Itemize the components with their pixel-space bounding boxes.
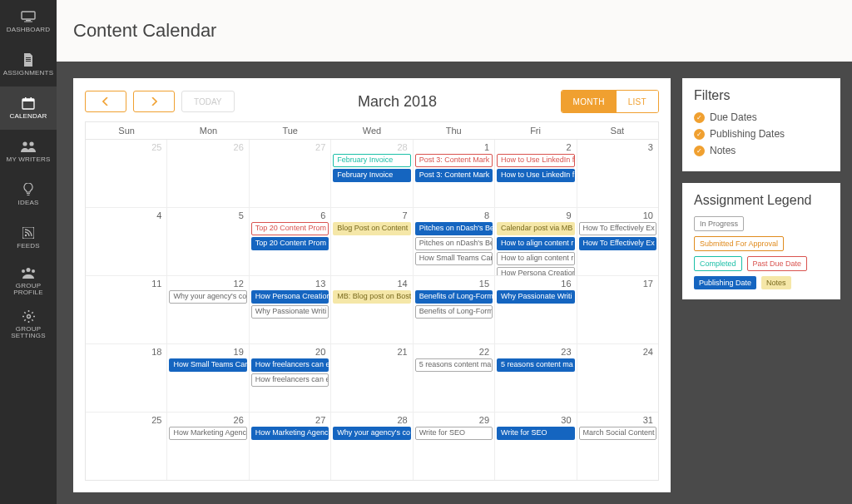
calendar-event[interactable]: March Social Content [579, 427, 656, 440]
calendar-event[interactable]: How Small Teams Can [415, 252, 493, 265]
calendar-event[interactable]: How freelancers can e [251, 373, 329, 387]
calendar-day[interactable]: 26How Marketing Agenc [166, 413, 248, 480]
sidebar-item-my-writers[interactable]: MY WRITERS [0, 130, 57, 173]
day-number: 26 [169, 414, 246, 427]
calendar-event[interactable]: How Marketing Agenc [169, 427, 246, 440]
calendar-day[interactable]: 29Write for SEO [413, 413, 494, 480]
calendar-day[interactable]: 6Top 20 Content PromTop 20 Content Prom [249, 208, 330, 275]
calendar-day[interactable]: 12Why your agency's co [166, 276, 248, 343]
calendar-week: 2526How Marketing Agenc27How Marketing A… [86, 412, 658, 480]
calendar-day[interactable]: 21 [330, 344, 412, 412]
next-month-button[interactable] [133, 91, 175, 112]
calendar-event[interactable]: Write for SEO [497, 427, 574, 440]
group-icon [20, 266, 37, 279]
sidebar-item-feeds[interactable]: FEEDS [0, 216, 57, 259]
calendar-event[interactable]: Post 3: Content Mark [415, 154, 493, 167]
calendar-event[interactable]: Why Passionate Writi [251, 305, 329, 319]
calendar-day[interactable]: 235 reasons content ma [494, 344, 576, 412]
prev-month-button[interactable] [85, 91, 126, 112]
calendar-event[interactable]: Benefits of Long-Form [415, 305, 493, 319]
calendar-event[interactable]: How Persona Creation [251, 290, 329, 304]
filters-title: Filters [694, 88, 829, 103]
calendar-event[interactable]: Benefits of Long-Form [415, 290, 493, 304]
calendar-day[interactable]: 2How to Use LinkedIn fHow to Use LinkedI… [494, 140, 576, 207]
calendar-day[interactable]: 27 [249, 140, 330, 207]
calendar-day[interactable]: 30Write for SEO [494, 413, 576, 480]
calendar-day[interactable]: 20How freelancers can eHow freelancers c… [249, 344, 330, 412]
day-events: MB: Blog post on Bost [333, 290, 410, 304]
calendar-day[interactable]: 31March Social Content [577, 413, 658, 480]
calendar-day[interactable]: 1Post 3: Content MarkPost 3: Content Mar… [413, 140, 494, 207]
calendar-day[interactable]: 9Calendar post via MBHow to align conten… [494, 208, 576, 275]
calendar-event[interactable]: February Invoice [333, 154, 410, 167]
calendar-day[interactable]: 15Benefits of Long-FormBenefits of Long-… [413, 276, 494, 343]
sidebar-item-calendar[interactable]: CALENDAR [0, 86, 57, 130]
calendar-event[interactable]: How to Use LinkedIn f [497, 169, 574, 182]
calendar-event[interactable]: How Marketing Agenc [251, 427, 329, 440]
calendar-event[interactable]: Pitches on nDash's Be [415, 237, 493, 250]
sidebar-item-group-settings[interactable]: GROUP SETTINGS [0, 303, 57, 346]
calendar-day[interactable]: 18 [86, 344, 166, 412]
calendar-day[interactable]: 17 [577, 276, 658, 343]
svg-point-10 [22, 141, 27, 146]
calendar-event[interactable]: How to align content r [497, 237, 574, 250]
view-list[interactable]: LIST [617, 91, 658, 112]
day-events: February InvoiceFebruary Invoice [333, 154, 410, 182]
filter-item-due-dates[interactable]: ✓Due Dates [694, 111, 829, 123]
calendar-day[interactable]: 26 [166, 140, 248, 207]
view-month[interactable]: MONTH [562, 91, 617, 112]
calendar-day[interactable]: 25 [86, 413, 166, 480]
calendar-event[interactable]: How Persona Creation [497, 267, 574, 275]
calendar-event[interactable]: Why Passionate Writi [497, 290, 574, 304]
sidebar-item-assignments[interactable]: ASSIGNMENTS [0, 43, 57, 86]
calendar-event[interactable]: Why your agency's co [169, 290, 246, 304]
calendar-event[interactable]: Top 20 Content Prom [251, 222, 329, 235]
calendar-event[interactable]: Top 20 Content Prom [251, 237, 329, 250]
calendar-toolbar: TODAY March 2018 MONTH LIST [85, 90, 659, 113]
calendar-event[interactable]: MB: Blog post on Bost [333, 290, 410, 304]
calendar-day[interactable]: 28February InvoiceFebruary Invoice [330, 140, 412, 207]
calendar-event[interactable]: Blog Post on Content [333, 222, 410, 235]
calendar-event[interactable]: February Invoice [333, 169, 410, 182]
calendar-event[interactable]: Why your agency's co [333, 427, 410, 440]
today-button[interactable]: TODAY [181, 91, 235, 112]
calendar-event[interactable]: 5 reasons content ma [497, 358, 574, 372]
sidebar-item-label: DASHBOARD [7, 27, 50, 33]
calendar-day[interactable]: 10How To Effectively ExHow To Effectivel… [577, 208, 658, 275]
calendar-day[interactable]: 4 [86, 208, 166, 275]
calendar-day[interactable]: 13How Persona CreationWhy Passionate Wri… [249, 276, 330, 343]
calendar-event[interactable]: How freelancers can e [251, 358, 329, 372]
sidebar-item-dashboard[interactable]: DASHBOARD [0, 0, 57, 43]
calendar-day[interactable]: 8Pitches on nDash's BePitches on nDash's… [413, 208, 494, 275]
calendar-event[interactable]: Pitches on nDash's Be [415, 222, 493, 235]
calendar-event[interactable]: 5 reasons content ma [415, 358, 493, 372]
calendar-event[interactable]: How To Effectively Ex [579, 237, 656, 250]
calendar-event[interactable]: Write for SEO [415, 427, 493, 440]
filter-item-publishing-dates[interactable]: ✓Publishing Dates [694, 128, 829, 140]
calendar-day[interactable]: 24 [577, 344, 658, 412]
filter-item-notes[interactable]: ✓Notes [694, 145, 829, 156]
calendar-day[interactable]: 11 [86, 276, 166, 343]
calendar-day[interactable]: 19How Small Teams Can [166, 344, 248, 412]
calendar-event[interactable]: How to align content r [497, 252, 574, 265]
calendar-event[interactable]: How To Effectively Ex [579, 222, 656, 235]
view-toggle: MONTH LIST [561, 90, 660, 113]
calendar-day[interactable]: 225 reasons content ma [413, 344, 494, 412]
calendar-day[interactable]: 7Blog Post on Content [330, 208, 412, 275]
calendar-day[interactable]: 3 [577, 140, 658, 207]
calendar-event[interactable]: How to Use LinkedIn f [497, 154, 574, 167]
calendar-day[interactable]: 14MB: Blog post on Bost [330, 276, 412, 343]
calendar-day[interactable]: 27How Marketing Agenc [249, 413, 330, 480]
calendar-day[interactable]: 16Why Passionate Writi [494, 276, 576, 343]
day-number: 23 [497, 346, 574, 358]
calendar-day[interactable]: 25 [86, 140, 166, 207]
calendar-event[interactable]: Post 3: Content Mark [415, 169, 493, 182]
sidebar-item-ideas[interactable]: IDEAS [0, 173, 57, 216]
calendar-event[interactable]: How Small Teams Can [169, 358, 246, 372]
calendar-event[interactable]: Calendar post via MB [497, 222, 574, 235]
calendar-day[interactable]: 5 [166, 208, 248, 275]
sidebar-item-group-profile[interactable]: GROUP PROFILE [0, 259, 57, 303]
right-column: Filters ✓Due Dates✓Publishing Dates✓Note… [682, 78, 840, 492]
calendar-day[interactable]: 28Why your agency's co [330, 413, 412, 480]
day-events: Pitches on nDash's BePitches on nDash's … [415, 222, 493, 265]
